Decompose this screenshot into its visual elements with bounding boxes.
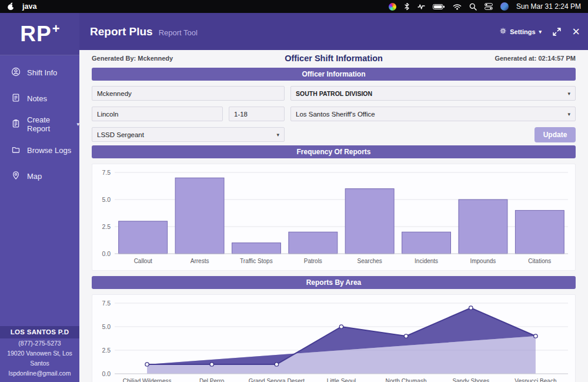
svg-text:Little Seoul: Little Seoul [327, 378, 356, 382]
bluetooth-icon[interactable] [404, 2, 410, 11]
activity-icon[interactable] [417, 3, 425, 10]
svg-text:Grand Senora Desert: Grand Senora Desert [249, 378, 305, 382]
sidebar-item-label: Browse Logs [27, 146, 71, 155]
page-title: Officer Shift Information [285, 54, 383, 63]
battery-icon[interactable] [433, 4, 445, 10]
svg-text:Sandy Shores: Sandy Shores [452, 378, 489, 382]
sidebar-footer: LOS SANTOS P.D (877)-275-5273 19020 Vano… [0, 326, 79, 382]
svg-text:Impounds: Impounds [470, 258, 496, 264]
sidebar-item-map[interactable]: Map [0, 163, 79, 189]
logo-text: RP [20, 22, 51, 46]
report-meta-row: Generated By: Mckennedy Officer Shift In… [79, 50, 588, 65]
app-header: Report Plus Report Tool Settings ▾ [79, 13, 588, 50]
department-email: lspdonline@gmail.com [0, 368, 79, 378]
generated-at: Generated at: 02:14:57 PM [495, 55, 576, 62]
division-value: SOUTH PATROL DIVISION [296, 90, 372, 97]
apple-menu-icon[interactable] [7, 2, 15, 11]
generated-by: Generated By: Mckennedy [92, 55, 173, 62]
svg-text:Citations: Citations [528, 258, 551, 264]
sidebar-item-shift-info[interactable]: Shift Info [0, 59, 79, 85]
sidebar-item-label: Create Report [27, 115, 69, 133]
svg-text:0.0: 0.0 [102, 250, 111, 257]
sidebar-nav: Shift Info Notes Create Report ▾ [0, 55, 79, 189]
settings-label: Settings [510, 28, 535, 35]
expand-button[interactable] [552, 27, 562, 36]
app-subtitle: Report Tool [159, 28, 198, 37]
sidebar-item-label: Map [27, 172, 42, 181]
department-value: Los Santos Sheriff's Office [296, 111, 375, 118]
svg-text:Del Perro: Del Perro [199, 378, 225, 382]
sidebar-item-label: Shift Info [27, 68, 57, 77]
frequency-of-reports-chart: 0.02.55.07.5CalloutArrestsTraffic StopsP… [92, 164, 576, 271]
gear-icon [499, 27, 507, 36]
department-name: LOS SANTOS P.D [0, 326, 79, 338]
division-select[interactable]: SOUTH PATROL DIVISION ▾ [290, 86, 576, 101]
svg-text:North Chumash: North Chumash [386, 378, 427, 382]
svg-text:Arrests: Arrests [191, 258, 209, 264]
chevron-down-icon: ▾ [567, 91, 570, 97]
department-phone: (877)-275-5273 [0, 338, 79, 348]
svg-text:0.0: 0.0 [102, 370, 111, 377]
first-name-field[interactable] [92, 86, 285, 101]
section-header-officer-information: Officer Information [92, 68, 576, 81]
svg-text:2.5: 2.5 [102, 347, 111, 354]
svg-text:Vespucci Beach: Vespucci Beach [514, 378, 556, 382]
app-logo: RP+ [0, 13, 79, 55]
section-header-frequency-of-reports: Frequency Of Reports [92, 145, 576, 158]
macos-menubar: java [0, 0, 588, 13]
sidebar: RP+ Shift Info Notes [0, 13, 79, 382]
svg-text:Callout: Callout [134, 258, 152, 264]
control-center-icon[interactable] [485, 3, 493, 10]
menubar-clock[interactable]: Sun Mar 31 2:24 PM [516, 2, 581, 11]
main-content: Generated By: Mckennedy Officer Shift In… [79, 50, 588, 382]
sidebar-item-create-report[interactable]: Create Report ▾ [0, 111, 79, 137]
color-wheel-icon[interactable] [389, 3, 396, 11]
rank-value: LSSD Sergeant [97, 131, 144, 138]
chevron-down-icon: ▾ [567, 111, 570, 117]
update-button[interactable]: Update [534, 127, 576, 142]
active-app-menu[interactable]: java [22, 2, 36, 11]
svg-text:2.5: 2.5 [102, 223, 111, 230]
department-address: 19020 Vanowen St, Los Santos [0, 348, 79, 368]
svg-text:Patrols: Patrols [304, 258, 322, 264]
last-name-field[interactable] [92, 107, 223, 121]
area-chart-canvas: 0.02.55.07.5Chiliad WildernessDel PerroG… [92, 295, 575, 382]
reports-by-area-chart: 0.02.55.07.5Chiliad WildernessDel PerroG… [92, 294, 576, 382]
folder-icon [11, 145, 21, 156]
spotlight-icon[interactable] [469, 3, 477, 11]
app-title: Report Plus [90, 25, 153, 38]
svg-text:Traffic Stops: Traffic Stops [240, 258, 273, 264]
wifi-icon[interactable] [453, 4, 462, 10]
svg-text:7.5: 7.5 [102, 169, 111, 176]
notes-icon [11, 93, 21, 104]
callsign-field[interactable] [229, 107, 285, 121]
sidebar-item-browse-logs[interactable]: Browse Logs [0, 137, 79, 163]
svg-text:5.0: 5.0 [102, 323, 111, 330]
chevron-down-icon: ▾ [276, 132, 279, 138]
logo-plus: + [52, 21, 60, 36]
rank-select[interactable]: LSSD Sergeant ▾ [92, 127, 285, 142]
svg-text:5.0: 5.0 [102, 196, 111, 203]
map-pin-icon [11, 171, 21, 182]
officer-info-form: SOUTH PATROL DIVISION ▾ Los Santos Sheri… [92, 86, 576, 142]
bar-chart-canvas: 0.02.55.07.5CalloutArrestsTraffic StopsP… [92, 164, 575, 270]
department-select[interactable]: Los Santos Sheriff's Office ▾ [290, 107, 576, 121]
close-button[interactable]: × [572, 25, 580, 38]
settings-menu[interactable]: Settings ▾ [499, 27, 542, 36]
sidebar-item-notes[interactable]: Notes [0, 85, 79, 111]
user-avatar-icon[interactable] [500, 2, 509, 11]
svg-text:Searches: Searches [358, 258, 382, 264]
report-icon [11, 119, 21, 130]
svg-text:Incidents: Incidents [415, 258, 438, 264]
person-icon [11, 67, 21, 78]
section-header-reports-by-area: Reports By Area [92, 276, 576, 289]
svg-text:7.5: 7.5 [102, 300, 111, 307]
chevron-down-icon: ▾ [539, 29, 542, 35]
svg-text:Chiliad Wilderness: Chiliad Wilderness [123, 378, 172, 382]
sidebar-item-label: Notes [27, 94, 47, 103]
